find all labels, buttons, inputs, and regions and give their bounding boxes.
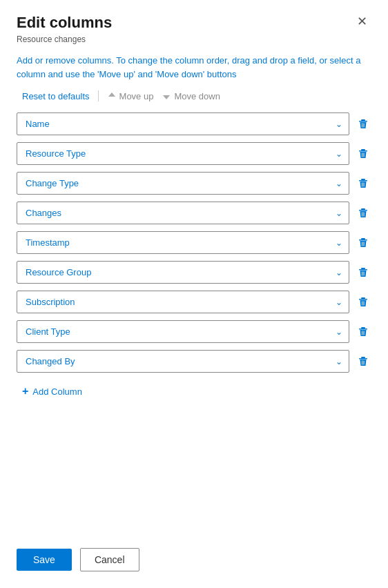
delete-column-button-9[interactable] [355,353,371,370]
reset-to-defaults-button[interactable]: Reset to defaults [22,91,90,101]
column-row: Changes⌄ [17,202,371,224]
add-column-button[interactable]: + Add Column [17,382,371,400]
cancel-button[interactable]: Cancel [80,548,139,571]
column-row: Name⌄ [17,112,371,135]
svg-rect-14 [361,327,365,329]
svg-rect-8 [361,238,365,239]
svg-rect-12 [361,297,365,299]
column-select-9[interactable]: Changed By [17,350,349,373]
trash-icon [358,148,369,159]
move-down-icon [162,91,171,101]
svg-rect-6 [361,208,365,210]
svg-rect-17 [359,358,367,360]
delete-column-button-8[interactable] [355,324,371,340]
column-row: Changed By⌄ [17,350,371,373]
column-select-wrapper: Resource Type⌄ [17,142,349,165]
description-text: Add or remove columns. To change the col… [17,54,371,81]
delete-column-button-6[interactable] [355,264,371,281]
edit-columns-panel: Edit columns ✕ Resource changes Add or r… [0,0,388,588]
trash-icon [358,297,369,308]
svg-rect-9 [359,239,367,241]
move-up-button[interactable]: Move up [107,91,154,101]
save-button[interactable]: Save [17,549,72,571]
column-select-2[interactable]: Resource Type [17,142,349,165]
delete-column-button-1[interactable] [355,116,371,133]
svg-rect-13 [359,299,367,300]
move-up-label: Move up [119,91,154,101]
trash-icon [358,267,369,278]
toolbar: Reset to defaults Move up Move down [17,90,371,101]
column-select-8[interactable]: Client Type [17,320,349,343]
delete-column-button-2[interactable] [355,146,371,162]
trash-icon [358,356,369,367]
toolbar-divider [98,90,99,101]
column-row: Change Type⌄ [17,172,371,195]
panel-header: Edit columns ✕ [17,14,371,32]
panel-subtitle: Resource changes [17,35,371,44]
close-icon: ✕ [357,14,367,28]
add-column-plus-icon: + [22,385,28,398]
move-up-icon [107,91,117,101]
move-down-button[interactable]: Move down [162,91,220,101]
trash-icon [358,326,369,337]
add-column-label: Add Column [32,386,82,397]
svg-rect-16 [361,357,365,358]
svg-rect-4 [361,179,365,180]
column-select-wrapper: Timestamp⌄ [17,231,349,254]
svg-rect-10 [361,268,365,269]
column-select-wrapper: Resource Group⌄ [17,261,349,284]
column-select-4[interactable]: Changes [17,202,349,224]
delete-column-button-4[interactable] [355,205,371,222]
trash-icon [358,208,369,219]
column-select-3[interactable]: Change Type [17,172,349,195]
column-select-7[interactable]: Subscription [17,291,349,313]
svg-rect-0 [361,119,365,121]
trash-icon [358,237,369,248]
close-button[interactable]: ✕ [353,14,371,29]
svg-rect-3 [359,150,367,152]
column-select-wrapper: Name⌄ [17,112,349,135]
svg-rect-15 [359,329,367,330]
trash-icon [358,178,369,189]
column-select-1[interactable]: Name [17,112,349,135]
column-row: Resource Group⌄ [17,261,371,284]
columns-list: Name⌄ Resource Type⌄ Change Type⌄ Change… [17,112,371,373]
trash-icon [358,119,369,130]
column-select-5[interactable]: Timestamp [17,231,349,254]
column-row: Subscription⌄ [17,291,371,313]
column-select-wrapper: Changed By⌄ [17,350,349,373]
delete-column-button-3[interactable] [355,175,371,192]
delete-column-button-7[interactable] [355,294,371,311]
move-down-label: Move down [174,91,220,101]
svg-rect-1 [359,121,367,122]
footer: Save Cancel [17,534,371,571]
column-select-wrapper: Changes⌄ [17,202,349,224]
column-select-6[interactable]: Resource Group [17,261,349,284]
column-select-wrapper: Client Type⌄ [17,320,349,343]
column-row: Resource Type⌄ [17,142,371,165]
delete-column-button-5[interactable] [355,235,371,251]
svg-rect-7 [359,210,367,211]
column-select-wrapper: Change Type⌄ [17,172,349,195]
column-select-wrapper: Subscription⌄ [17,291,349,313]
svg-rect-2 [361,149,365,150]
column-row: Timestamp⌄ [17,231,371,254]
svg-rect-11 [359,269,367,271]
svg-rect-5 [359,180,367,182]
column-row: Client Type⌄ [17,320,371,343]
panel-title: Edit columns [17,14,112,32]
